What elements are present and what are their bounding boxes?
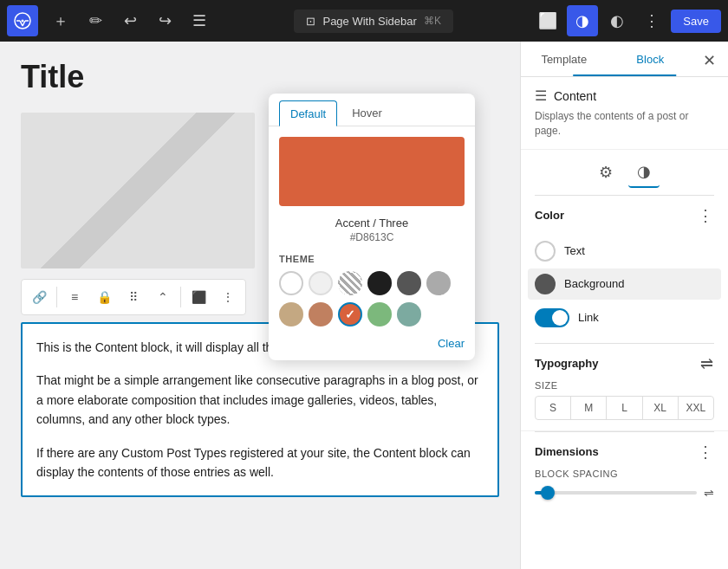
link-button[interactable]: 🔗 [25,283,53,311]
align-button[interactable]: ⬛ [185,283,212,311]
move-button[interactable]: ⠿ [120,283,147,311]
tab-template[interactable]: Template [521,42,608,76]
text-color-label: Text [564,244,585,257]
color-picker-popup: Default Hover Accent / Three #D8613C THE… [269,94,475,360]
topbar: ＋ ✏ ↩ ↪ ☰ ⊡ Page With Sidebar ⌘K ⬜ ◑ ◐ ⋮… [0,0,728,42]
align-left-button[interactable]: ≡ [61,283,88,311]
panel-icons-row: ⚙ ◑ [521,150,728,195]
slider-row: ⇌ [535,486,714,500]
topbar-right: ⬜ ◑ ◐ ⋮ Save [532,5,721,36]
toolbar-separator-2 [180,287,181,307]
typography-section: Typography ⇌ SIZE S M L XL XXL [521,344,728,431]
swatch-teal[interactable] [397,302,421,327]
list-view-button[interactable]: ☰ [184,5,215,36]
color-swatch-large[interactable] [279,137,465,206]
dimensions-title: Dimensions [535,445,599,458]
swatch-green[interactable] [367,302,392,327]
editor-area: Title 🔗 ≡ 🔒 ⠿ ⌃ ⬛ ⋮ This is the Content … [0,42,520,569]
toolbar-separator [56,287,57,307]
typography-options-button[interactable]: ⇌ [700,354,714,373]
dimensions-header: Dimensions ⋮ [535,443,714,462]
typography-title: Typography [535,357,598,370]
panel-tabs: Template Block ✕ [521,42,728,77]
page-icon: ⊡ [306,15,315,28]
styles-icon-btn[interactable]: ◑ [628,157,660,188]
color-clear-button[interactable]: Clear [269,333,475,350]
view-button[interactable]: ◑ [567,5,598,36]
swatch-pattern[interactable] [338,271,362,295]
tab-block[interactable]: Block [608,42,694,76]
color-popup-tabs: Default Hover [269,94,475,126]
swatch-orange[interactable] [338,302,362,327]
block-spacing-label: BLOCK SPACING [535,469,714,479]
size-s[interactable]: S [536,397,571,419]
size-xxl[interactable]: XXL [679,397,713,419]
slider-thumb[interactable] [541,486,555,500]
page-title-pill[interactable]: ⊡ Page With Sidebar ⌘K [294,10,452,33]
color-option-link[interactable]: Link [535,303,714,333]
tab-default[interactable]: Default [279,100,337,126]
swatch-dark-gray[interactable] [397,271,421,295]
shortcut-label: ⌘K [424,15,441,27]
color-swatches-row1 [269,271,475,295]
slider-adjust-icon[interactable]: ⇌ [704,486,714,500]
size-label: SIZE [535,380,714,391]
close-panel-button[interactable]: ✕ [693,45,725,76]
panel-section-desc: Displays the contents of a post or page. [535,109,714,139]
color-options-button[interactable]: ⋮ [698,206,714,225]
size-xl[interactable]: XL [643,397,679,419]
wp-logo[interactable] [7,5,38,36]
size-l[interactable]: L [607,397,642,419]
link-toggle[interactable] [535,308,569,327]
settings-icon-btn[interactable]: ⚙ [590,157,621,188]
typography-header: Typography ⇌ [535,354,714,373]
add-block-button[interactable]: ＋ [45,5,76,36]
background-color-label: Background [564,277,624,290]
save-button[interactable]: Save [671,10,721,33]
right-panel: Template Block ✕ ☰ Content Displays the … [520,42,728,569]
swatch-gray[interactable] [426,271,451,295]
image-placeholder [21,113,255,268]
dimensions-options-button[interactable]: ⋮ [698,443,714,462]
color-section-panel: Color ⋮ Text Background Link [521,196,728,343]
undo-button[interactable]: ↩ [114,5,146,36]
color-section-panel-header: Color ⋮ [535,206,714,225]
up-button[interactable]: ⌃ [149,283,177,311]
swatch-black[interactable] [367,271,392,295]
content-para-3: If there are any Custom Post Types regis… [36,443,484,482]
color-option-text[interactable]: Text [535,236,714,267]
preview-button[interactable]: ⬜ [532,5,563,36]
link-color-label: Link [578,311,599,324]
panel-content-section: ☰ Content Displays the contents of a pos… [521,77,728,150]
more-options-button[interactable]: ⋮ [214,283,242,311]
swatch-white[interactable] [279,271,303,295]
options-button[interactable]: ⋮ [636,5,667,36]
color-swatches-row2 [269,302,475,327]
topbar-center: ⊡ Page With Sidebar ⌘K [218,10,529,33]
redo-button[interactable]: ↪ [149,5,180,36]
swatch-brown[interactable] [309,302,333,327]
swatch-tan[interactable] [279,302,303,327]
color-panel-title: Color [535,209,564,222]
dimensions-section: Dimensions ⋮ BLOCK SPACING ⇌ [521,432,728,510]
panel-section-title: Content [554,89,596,103]
svg-point-1 [22,20,24,23]
block-toolbar: 🔗 ≡ 🔒 ⠿ ⌃ ⬛ ⋮ [21,279,246,315]
page-title-label: Page With Sidebar [322,15,416,28]
color-hex: #D8613C [269,231,475,243]
contrast-button[interactable]: ◐ [601,5,633,36]
lock-button[interactable]: 🔒 [90,283,118,311]
panel-section-header: ☰ Content [535,87,714,104]
toggle-knob [552,310,568,326]
page-title: Title [21,59,499,95]
size-options: S M L XL XXL [535,396,714,420]
size-m[interactable]: M [571,397,607,419]
tab-hover[interactable]: Hover [341,100,393,126]
color-name: Accent / Three [269,217,475,230]
color-option-background[interactable]: Background [528,268,721,300]
swatch-light[interactable] [309,271,333,295]
content-icon: ☰ [535,87,547,104]
tools-button[interactable]: ✏ [80,5,111,36]
slider-track[interactable] [535,491,697,495]
main-layout: Title 🔗 ≡ 🔒 ⠿ ⌃ ⬛ ⋮ This is the Content … [0,42,728,569]
